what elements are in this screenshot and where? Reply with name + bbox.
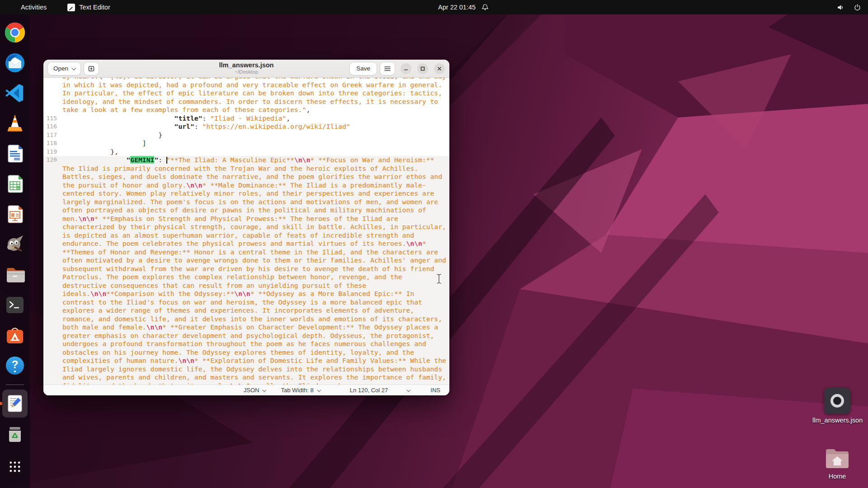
minimize-icon [403, 66, 409, 71]
desktop-file-llm-answers[interactable]: llm_answers.json [812, 388, 862, 424]
insert-mode-label: INS [430, 387, 440, 394]
maximize-icon [420, 66, 425, 71]
tab-width-selector[interactable]: Tab Width: 8 [279, 387, 321, 394]
line-number: 120 [43, 156, 62, 385]
vlc-icon [4, 113, 26, 134]
editor-line: by heart.\" [40]. So moreover, it can be… [43, 78, 449, 114]
activities-button[interactable]: Activities [21, 4, 47, 11]
appgrid-icon [5, 457, 25, 477]
dock-item-calc[interactable] [2, 170, 28, 198]
focused-app-label: Text Editor [79, 4, 110, 11]
tab-width-label: Tab Width: 8 [281, 387, 313, 394]
help-icon: ? [4, 355, 26, 376]
chevron-down-icon [263, 388, 266, 392]
save-button[interactable]: Save [350, 62, 377, 75]
dock-item-impress[interactable] [2, 200, 28, 228]
new-tab-icon [88, 65, 95, 72]
impress-icon [4, 203, 26, 225]
new-tab-button[interactable] [84, 62, 99, 75]
dock-item-thunderbird[interactable] [2, 49, 28, 77]
line-content[interactable]: }, [62, 148, 447, 156]
cursor-position-label: Ln 120, Col 27 [350, 387, 388, 394]
chevron-down-icon [71, 66, 76, 70]
dock-item-trash[interactable] [2, 420, 28, 448]
chrome-icon [4, 22, 26, 43]
line-content[interactable]: ] [62, 139, 447, 148]
hamburger-icon [384, 66, 391, 71]
line-content[interactable]: "title": "Iliad - Wikipedia", [62, 114, 447, 123]
window-subtitle: ~/Desktop [219, 69, 274, 75]
trash-icon [4, 423, 26, 445]
dock-item-appgrid[interactable] [2, 453, 28, 481]
text-editor-icon [67, 4, 75, 11]
clock-label: Apr 22 01:45 [438, 4, 476, 11]
line-number: 118 [43, 139, 62, 148]
dock-separator [6, 385, 24, 385]
chevron-down-icon [317, 388, 321, 392]
clock-button[interactable]: Apr 22 01:45 [438, 0, 489, 14]
language-selector[interactable]: JSON [242, 387, 268, 394]
editor-line: 119 }, [43, 148, 449, 156]
open-button-label: Open [53, 65, 68, 72]
home-folder-icon [824, 446, 850, 470]
dock: ? [0, 14, 30, 488]
editor-line: 117 } [43, 131, 449, 140]
gimp-icon [4, 234, 26, 255]
dock-item-texteditor[interactable] [2, 389, 28, 418]
dock-item-terminal[interactable] [2, 291, 28, 319]
power-icon [853, 3, 862, 12]
insert-mode-indicator: INS [429, 387, 442, 394]
focused-app-menu[interactable]: Text Editor [67, 4, 110, 11]
line-content[interactable]: } [62, 131, 447, 140]
dock-item-gimp[interactable] [2, 230, 28, 258]
minimize-button[interactable] [401, 63, 411, 74]
thunderbird-icon [4, 52, 26, 74]
dock-item-writer[interactable] [2, 140, 28, 168]
language-label: JSON [244, 387, 259, 394]
maximize-button[interactable] [417, 63, 428, 74]
goto-line-menu[interactable] [405, 389, 411, 392]
line-content[interactable]: by heart.\" [40]. So moreover, it can be… [62, 78, 447, 114]
writer-icon [4, 143, 26, 164]
menu-button[interactable] [380, 62, 395, 75]
mouse-ibeam-cursor [436, 273, 442, 286]
desktop-file-label: llm_answers.json [812, 417, 862, 424]
editor-line: 120 "GEMINI": "**The Iliad: A Masculine … [43, 156, 449, 385]
dock-item-vlc[interactable] [2, 109, 28, 137]
dock-item-help[interactable]: ? [2, 352, 28, 380]
line-number: 116 [43, 122, 62, 131]
header-bar: Open llm_answers.json ~/Desktop Save [43, 60, 449, 78]
line-number: 119 [43, 148, 62, 156]
status-bar: JSON Tab Width: 8 Ln 120, Col 27 INS [43, 385, 449, 395]
editor-line: 116 "url": "https://en.wikipedia.org/wik… [43, 122, 449, 131]
dock-item-vscode[interactable] [2, 79, 28, 107]
editor-text-area[interactable]: by heart.\" [40]. So moreover, it can be… [43, 78, 449, 385]
editor-line: 115 "title": "Iliad - Wikipedia", [43, 114, 449, 123]
open-button[interactable]: Open [48, 62, 80, 75]
system-status-area[interactable] [836, 0, 862, 14]
vscode-icon [4, 82, 26, 104]
files-icon [4, 264, 26, 286]
top-bar: Activities Text Editor Apr 22 01:45 [0, 0, 868, 14]
chevron-down-icon [407, 388, 410, 392]
line-number [43, 78, 62, 114]
dock-item-files[interactable] [2, 261, 28, 289]
line-content[interactable]: "GEMINI": "**The Iliad: A Masculine Epic… [62, 156, 447, 385]
terminal-icon [4, 294, 26, 316]
software-icon [4, 324, 26, 346]
text-editor-window: Open llm_answers.json ~/Desktop Save [43, 60, 449, 395]
notification-bell-icon [481, 3, 489, 11]
line-content[interactable]: "url": "https://en.wikipedia.org/wiki/Il… [62, 122, 447, 131]
desktop-home-folder[interactable]: Home [812, 446, 862, 480]
desktop-home-label: Home [812, 473, 862, 480]
cursor-position[interactable]: Ln 120, Col 27 [348, 387, 390, 394]
close-icon [437, 66, 442, 71]
dock-item-chrome[interactable] [2, 19, 28, 47]
dock-item-software[interactable] [2, 321, 28, 349]
close-button[interactable] [434, 63, 445, 74]
save-button-label: Save [356, 65, 370, 72]
line-number: 115 [43, 114, 62, 123]
line-number: 117 [43, 131, 62, 140]
json-file-icon [824, 388, 850, 414]
svg-text:?: ? [12, 358, 19, 371]
